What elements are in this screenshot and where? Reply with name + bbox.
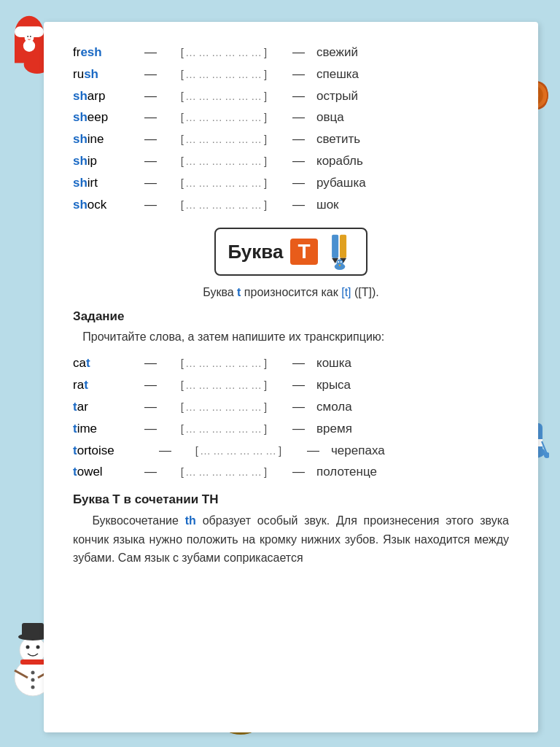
word-fresh-ru: свежий — [316, 44, 358, 61]
main-page: fresh — ……………… — свежий rush — ……………… — … — [44, 22, 538, 732]
word-sharp: sharp — [73, 88, 139, 105]
word-sheep: sheep — [73, 109, 139, 126]
word-tar-ru: смола — [316, 398, 352, 416]
bracket-rush: ……………… — [163, 66, 287, 82]
word-towel: towel — [73, 463, 139, 481]
word-row-shine: shine — ……………… — светить — [73, 131, 509, 148]
word-towel-ru: полотенце — [316, 463, 377, 481]
word-row-fresh: fresh — ……………… — свежий — [73, 44, 509, 61]
svg-rect-49 — [332, 235, 338, 258]
word-ship: ship — [73, 152, 139, 170]
word-shine: shine — [73, 131, 139, 148]
bracket-towel: ……………… — [163, 464, 287, 479]
svg-point-32 — [31, 678, 35, 682]
word-tortoise: tortoise — [73, 442, 153, 460]
bracket-cat: ……………… — [163, 355, 287, 371]
svg-rect-51 — [340, 235, 346, 258]
word-shock: shock — [73, 196, 139, 214]
svg-rect-30 — [22, 623, 44, 638]
sh-word-list: fresh — ……………… — свежий rush — ……………… — … — [73, 44, 509, 213]
th-section: Буква Т в сочетании ТН Буквосочетание th… — [73, 492, 509, 568]
word-shock-ru: шок — [316, 196, 339, 214]
word-row-shirt: shirt — ……………… — рубашка — [73, 174, 509, 192]
bracket-shirt: ……………… — [163, 175, 287, 190]
word-fresh: fresh — [73, 44, 139, 61]
word-row-tortoise: tortoise — ……………… — черепаха — [73, 442, 509, 460]
bracket-time: ……………… — [163, 421, 287, 436]
word-shine-ru: светить — [316, 131, 360, 148]
word-row-rush: rush — ……………… — спешка — [73, 66, 509, 83]
svg-rect-28 — [20, 659, 45, 665]
bracket-ship: ……………… — [163, 153, 287, 169]
th-text: Буквосочетание th образует особый звук. … — [73, 511, 509, 568]
word-row-sheep: sheep — ……………… — овца — [73, 109, 509, 126]
word-row-cat: cat — ……………… — кошка — [73, 355, 509, 372]
pronun-note: Буква t произносится как [t] ([T]). — [73, 286, 509, 299]
bracket-shine: ……………… — [163, 131, 287, 147]
th-heading: Буква Т в сочетании ТН — [73, 492, 509, 507]
svg-point-25 — [20, 637, 46, 663]
word-time: time — [73, 420, 139, 438]
bracket-tar: ……………… — [163, 399, 287, 414]
word-shirt-ru: рубашка — [316, 174, 366, 192]
svg-point-55 — [338, 261, 339, 263]
bracket-shock: ……………… — [163, 197, 287, 212]
bracket-sharp: ……………… — [163, 88, 287, 104]
bracket-rat: ……………… — [163, 377, 287, 392]
word-row-tar: tar — ……………… — смола — [73, 398, 509, 416]
word-row-shock: shock — ……………… — шок — [73, 196, 509, 214]
banner-box: Буква T — [214, 228, 367, 276]
word-time-ru: время — [316, 420, 352, 438]
banner-letter-t: T — [290, 239, 317, 265]
bracket-fresh: ……………… — [163, 44, 287, 60]
word-rat: rat — [73, 376, 139, 394]
word-cat: cat — [73, 355, 139, 372]
word-tortoise-ru: черепаха — [331, 442, 385, 460]
svg-point-56 — [340, 261, 341, 263]
zadanie-heading: Задание — [73, 309, 509, 324]
word-rush-ru: спешка — [316, 66, 359, 83]
word-sheep-ru: овца — [316, 109, 344, 126]
zadanie-text: Прочитайте слова, а затем напишите их тр… — [73, 328, 509, 346]
word-rat-ru: крыса — [316, 376, 351, 394]
word-ship-ru: корабль — [316, 152, 363, 170]
t-word-list: cat — ……………… — кошка rat — ……………… — крыс… — [73, 355, 509, 481]
word-row-towel: towel — ……………… — полотенце — [73, 463, 509, 481]
word-tar: tar — [73, 398, 139, 416]
svg-point-26 — [26, 646, 30, 649]
svg-point-33 — [31, 686, 35, 689]
svg-point-5 — [23, 40, 35, 52]
svg-point-7 — [30, 36, 31, 37]
letter-banner: Буква T — [73, 228, 509, 276]
word-row-rat: rat — ……………… — крыса — [73, 376, 509, 394]
bracket-sheep: ……………… — [163, 109, 287, 125]
svg-point-31 — [31, 671, 35, 675]
word-row-time: time — ……………… — время — [73, 420, 509, 438]
word-rush: rush — [73, 66, 139, 83]
svg-point-6 — [27, 36, 28, 37]
word-row-sharp: sharp — ……………… — острый — [73, 88, 509, 105]
word-row-ship: ship — ……………… — корабль — [73, 152, 509, 170]
banner-bird-icon — [325, 233, 354, 270]
svg-point-27 — [36, 646, 40, 649]
banner-label: Буква — [228, 241, 283, 263]
word-sharp-ru: острый — [316, 88, 358, 105]
word-shirt: shirt — [73, 174, 139, 192]
word-cat-ru: кошка — [316, 355, 351, 372]
bracket-tortoise: ……………… — [177, 443, 301, 458]
